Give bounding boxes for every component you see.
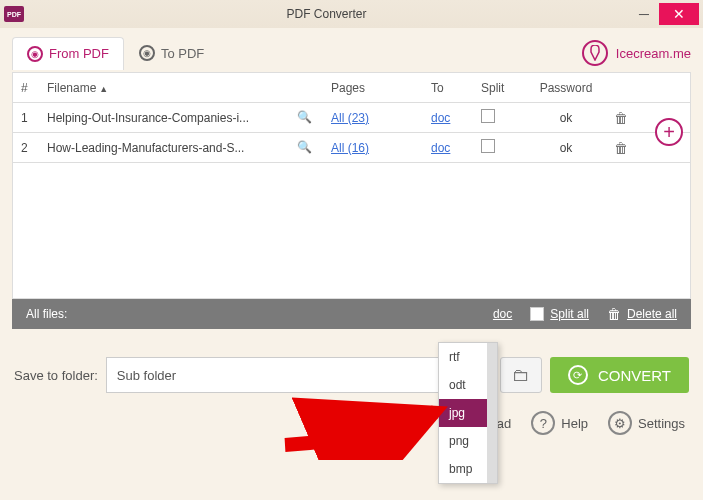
from-pdf-icon: ◉	[27, 46, 43, 62]
window-title: PDF Converter	[24, 7, 629, 21]
convert-button[interactable]: ⟳ CONVERT	[550, 357, 689, 393]
delete-all-link[interactable]: Delete all	[627, 307, 677, 321]
tab-to-pdf[interactable]: ◉ To PDF	[124, 36, 219, 70]
table-row: 2 How-Leading-Manufacturers-and-S...🔍 Al…	[13, 133, 690, 163]
trash-icon: 🗑	[607, 306, 621, 322]
sort-asc-icon: ▲	[99, 84, 108, 94]
format-link[interactable]: doc	[431, 141, 450, 155]
convert-label: CONVERT	[598, 367, 671, 384]
split-checkbox[interactable]	[481, 139, 495, 153]
help-button[interactable]: ?Help	[531, 411, 588, 435]
split-checkbox[interactable]	[481, 109, 495, 123]
tab-label: From PDF	[49, 46, 109, 61]
app-icon: PDF	[4, 6, 24, 22]
trash-icon[interactable]: 🗑	[614, 110, 628, 126]
title-bar: PDF PDF Converter ─ ✕	[0, 0, 703, 28]
table-empty-area[interactable]	[13, 163, 690, 298]
browse-folder-button[interactable]: 🗀	[500, 357, 542, 393]
preview-icon[interactable]: 🔍	[297, 140, 312, 154]
bulk-actions-bar: All files: doc Split all 🗑Delete all	[12, 299, 691, 329]
save-folder-label: Save to folder:	[14, 368, 98, 383]
add-file-button[interactable]: +	[655, 118, 683, 146]
col-to[interactable]: To	[431, 81, 481, 95]
table-row: 1 Helping-Out-Insurance-Companies-i...🔍 …	[13, 103, 690, 133]
dropdown-option-rtf[interactable]: rtf	[439, 343, 497, 371]
filename: How-Leading-Manufacturers-and-S...	[47, 141, 297, 155]
tab-label: To PDF	[161, 46, 204, 61]
tabs-row: ◉ From PDF ◉ To PDF Icecream.me	[0, 28, 703, 72]
format-dropdown[interactable]: rtf odt jpg png bmp	[438, 342, 498, 484]
pages-link[interactable]: All (23)	[331, 111, 369, 125]
row-number: 2	[13, 141, 41, 155]
save-folder-input[interactable]	[106, 357, 492, 393]
col-split[interactable]: Split	[481, 81, 531, 95]
all-files-label: All files:	[26, 307, 67, 321]
icecream-icon	[582, 40, 608, 66]
col-filename[interactable]: Filename▲	[41, 81, 331, 95]
bulk-format-link[interactable]: doc	[493, 307, 512, 321]
brand-text: Icecream.me	[616, 46, 691, 61]
convert-icon: ⟳	[568, 365, 588, 385]
footer: ↑Upgrad ?Help ⚙Settings	[0, 405, 703, 441]
filename: Helping-Out-Insurance-Companies-i...	[47, 111, 297, 125]
pages-link[interactable]: All (16)	[331, 141, 369, 155]
tab-from-pdf[interactable]: ◉ From PDF	[12, 37, 124, 70]
minimize-button[interactable]: ─	[629, 3, 659, 25]
split-all-checkbox[interactable]	[530, 307, 544, 321]
to-pdf-icon: ◉	[139, 45, 155, 61]
col-pages[interactable]: Pages	[331, 81, 431, 95]
password-status: ok	[531, 111, 601, 125]
file-table: # Filename▲ Pages To Split Password 1 He…	[12, 72, 691, 299]
close-button[interactable]: ✕	[659, 3, 699, 25]
format-link[interactable]: doc	[431, 111, 450, 125]
col-number[interactable]: #	[13, 81, 41, 95]
table-header: # Filename▲ Pages To Split Password	[13, 73, 690, 103]
dropdown-option-odt[interactable]: odt	[439, 371, 497, 399]
preview-icon[interactable]: 🔍	[297, 110, 312, 124]
gear-icon: ⚙	[608, 411, 632, 435]
brand-link[interactable]: Icecream.me	[582, 40, 691, 66]
col-password[interactable]: Password	[531, 81, 601, 95]
password-status: ok	[531, 141, 601, 155]
dropdown-option-jpg[interactable]: jpg	[439, 399, 497, 427]
trash-icon[interactable]: 🗑	[614, 140, 628, 156]
row-number: 1	[13, 111, 41, 125]
dropdown-option-bmp[interactable]: bmp	[439, 455, 497, 483]
help-icon: ?	[531, 411, 555, 435]
dropdown-option-png[interactable]: png	[439, 427, 497, 455]
save-row: Save to folder: 🗀 ⟳ CONVERT	[0, 329, 703, 405]
split-all-link[interactable]: Split all	[550, 307, 589, 321]
settings-button[interactable]: ⚙Settings	[608, 411, 685, 435]
